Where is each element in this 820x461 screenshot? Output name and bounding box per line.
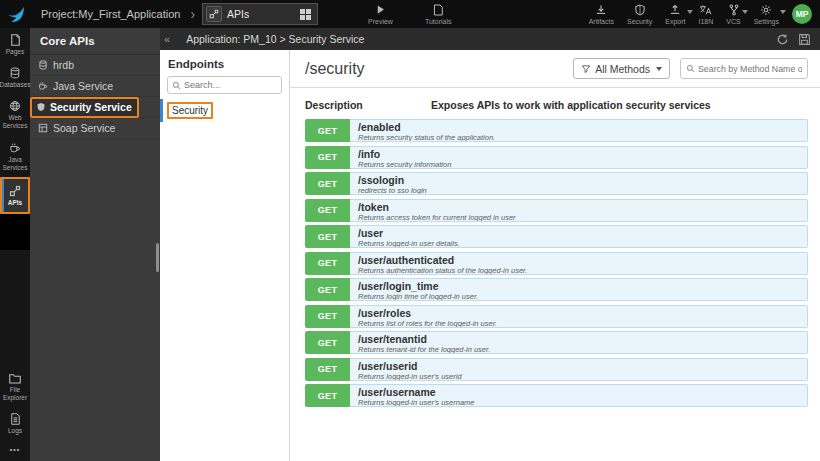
database-icon [9,67,21,79]
description-row: Description Exposes APIs to work with ap… [291,88,820,119]
tab-label: APIs [227,8,300,20]
endpoint-row[interactable]: GET /user/userid Returns logged-in user'… [305,358,808,381]
sidebar-spacer [0,250,30,367]
method-badge: GET [305,119,350,142]
endpoint-description: Returns list of roles for the logged-in … [358,319,799,328]
log-file-icon [10,413,21,425]
endpoint-row[interactable]: GET /user/authenticated Returns authenti… [305,252,808,275]
core-apis-item-security-service[interactable]: Security Service [30,97,160,118]
method-badge: GET [305,305,350,328]
chevron-right-icon: › [190,7,195,21]
endpoint-path: /user/roles [358,307,799,319]
settings-button[interactable]: Settings [754,0,779,28]
branch-icon [728,4,740,17]
globe-icon [9,100,21,112]
endpoint-path: /user/userid [358,360,799,372]
caret-down-icon [687,10,693,14]
sidebar-more-button[interactable]: ••• [0,440,30,461]
grid-icon[interactable] [300,9,311,20]
endpoint-description: Returns logged-in user details. [358,239,799,248]
save-button[interactable] [798,33,811,46]
core-apis-item-hrdb[interactable]: hrdb [30,55,160,76]
method-filter-dropdown[interactable]: All Methods [573,58,670,79]
caret-down-icon [742,10,748,14]
gear-icon [760,4,772,17]
app-header-bar: « Application: PM_10 > Security Service [160,28,820,50]
core-apis-item-soap-service[interactable]: Soap Service [30,118,160,139]
method-badge: GET [305,252,350,275]
method-badge: GET [305,146,350,169]
sidebar-item-databases[interactable]: Databases [0,61,30,94]
method-badge: GET [305,384,350,407]
core-apis-item-label: hrdb [53,59,74,71]
endpoint-row[interactable]: GET /info Returns security information [305,146,808,169]
page-title: /security [305,60,365,78]
core-apis-item-java-service[interactable]: Java Service [30,76,160,97]
active-indicator [2,179,4,212]
annotation-highlight: Security [167,102,213,119]
refresh-button[interactable] [776,33,789,46]
sidebar-item-file-explorer[interactable]: File Explorer [0,367,30,407]
search-icon [686,64,695,73]
endpoint-description: Returns authentication status of the log… [358,266,799,275]
endpoint-row-body: /user/roles Returns list of roles for th… [350,305,808,328]
method-badge: GET [305,172,350,195]
download-icon [595,4,607,17]
core-apis-item-label: Soap Service [53,122,115,134]
annotation-highlight: Security Service [30,97,139,118]
sidebar-item-logs[interactable]: Logs [0,407,30,440]
security-button[interactable]: Security [627,0,652,28]
upload-icon [669,4,681,17]
endpoint-path: /user/login_time [358,280,799,292]
endpoint-description: Returns logged-in user's userid [358,372,799,381]
endpoint-row[interactable]: GET /user/login_time Returns login time … [305,278,808,301]
method-search-box [680,58,808,79]
artifacts-button[interactable]: Artifacts [589,0,614,28]
collapse-panel-icon[interactable]: « [164,34,170,45]
endpoint-description: Returns tenant-id for the logged-in user… [358,345,799,354]
scrollbar-thumb[interactable] [156,243,159,272]
export-button[interactable]: Export [665,0,685,28]
sidebar-item-pages[interactable]: Pages [0,28,30,61]
endpoint-row-body: /enabled Returns security status of the … [350,119,808,142]
endpoint-row-body: /user/login_time Returns login time of l… [350,278,808,301]
endpoint-row[interactable]: GET /enabled Returns security status of … [305,119,808,142]
search-icon [172,81,181,90]
project-name[interactable]: Project:My_First_Application [41,8,180,20]
core-apis-panel: Core APIs hrdb Java Service Security Ser… [30,28,160,461]
header-controls: All Methods [573,58,808,79]
database-icon [38,60,48,70]
endpoint-row-body: /user/tenantid Returns tenant-id for the… [350,331,808,354]
document-icon [433,4,443,17]
main-sidebar: Pages Databases Web Services Java Servic… [0,28,30,461]
endpoint-row-body: /user Returns logged-in user details. [350,225,808,248]
endpoint-row-body: /user/authenticated Returns authenticati… [350,252,808,275]
coffee-icon [38,81,48,91]
tab-apis[interactable]: APIs [202,3,318,25]
tutorials-button[interactable]: Tutorials [425,0,452,28]
endpoint-row[interactable]: GET /user/tenantid Returns tenant-id for… [305,331,808,354]
core-apis-title: Core APIs [30,28,160,55]
sidebar-item-apis[interactable]: APIs [0,177,30,214]
endpoints-search-box [167,76,282,94]
sidebar-item-java-services[interactable]: Java Services [0,136,30,177]
endpoint-row[interactable]: GET /user/username Returns logged-in use… [305,384,808,407]
vcs-button[interactable]: VCS [726,0,740,28]
core-apis-item-label: Security Service [50,101,132,113]
endpoints-search-input[interactable] [184,80,277,90]
endpoint-nav-security[interactable]: Security [160,100,289,121]
endpoint-row[interactable]: GET /ssologin redirects to sso login [305,172,808,195]
user-avatar[interactable]: MP [792,4,812,24]
sidebar-item-web-services[interactable]: Web Services [0,94,30,135]
wavemaker-logo-icon[interactable] [5,3,27,25]
endpoint-description: Returns login time of logged-in user. [358,292,799,301]
preview-button[interactable]: Preview [368,0,393,28]
i18n-button[interactable]: I18N [699,0,714,28]
endpoint-row[interactable]: GET /user Returns logged-in user details… [305,225,808,248]
active-indicator [160,99,163,122]
endpoints-title: Endpoints [160,50,289,76]
endpoint-row[interactable]: GET /user/roles Returns list of roles fo… [305,305,808,328]
method-search-input[interactable] [698,64,802,74]
endpoint-row[interactable]: GET /token Returns access token for curr… [305,199,808,222]
endpoint-path: /enabled [358,121,799,133]
